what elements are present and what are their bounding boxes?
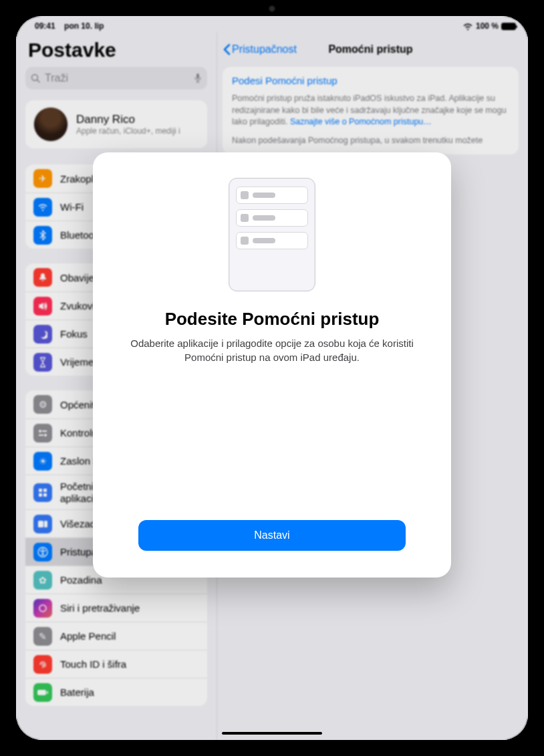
screen: 09:41 pon 10. lip 100 % Postavke Traži xyxy=(16,16,528,740)
illus-row xyxy=(236,186,308,204)
camera-dot xyxy=(269,5,275,12)
modal-title: Podesite Pomoćni pristup xyxy=(165,309,380,330)
illustration xyxy=(229,178,315,291)
home-indicator[interactable] xyxy=(222,732,322,735)
ipad-frame: 09:41 pon 10. lip 100 % Postavke Traži xyxy=(0,0,544,756)
modal-body: Odaberite aplikacije i prilagodite opcij… xyxy=(128,336,416,364)
setup-modal: Podesite Pomoćni pristup Odaberite aplik… xyxy=(93,152,451,578)
illus-row xyxy=(236,209,308,227)
illus-row xyxy=(236,232,308,249)
continue-button[interactable]: Nastavi xyxy=(138,520,406,551)
